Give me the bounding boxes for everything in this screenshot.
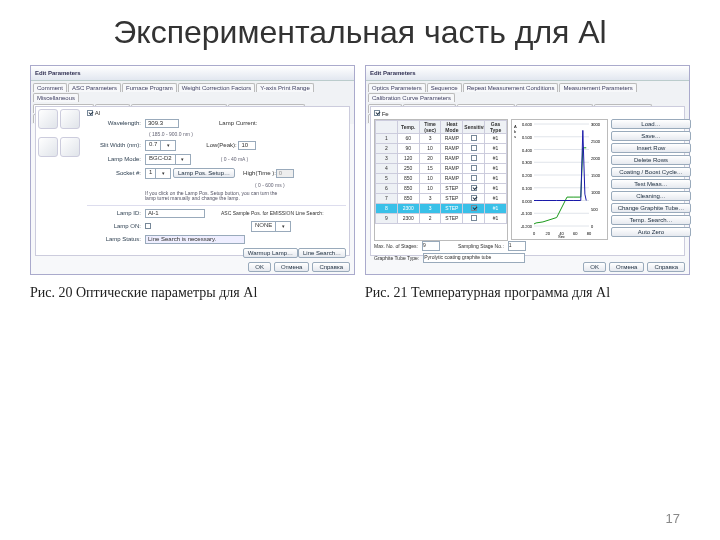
table-row[interactable]: 823003STEP#1 [376,203,507,213]
right-dialog: Edit Parameters Optics ParametersSequenc… [365,65,690,275]
table-row[interactable]: 78503STEP#1 [376,193,507,203]
svg-text:0.000: 0.000 [522,198,533,203]
chevron-down-icon: ▾ [275,222,290,231]
tab-asc-parameters[interactable]: ASC Parameters [68,83,121,92]
sensitivity-checkbox[interactable] [471,215,477,221]
table-cell: 3 [419,133,441,143]
sensitivity-checkbox[interactable] [471,155,477,161]
table-cell: 120 [397,153,419,163]
table-cell: 850 [397,173,419,183]
help-button[interactable]: Справка [647,262,685,272]
save--button[interactable]: Save… [611,131,691,141]
sensitivity-checkbox[interactable] [471,135,477,141]
help-button[interactable]: Справка [312,262,350,272]
lampcurrent-range: ( 0 - 40 mA ) [221,156,249,162]
tab-measurement-parameters[interactable]: Measurement Parameters [559,83,636,92]
tab-miscellaneous[interactable]: Miscellaneous [33,93,79,102]
tab-optics-parameters[interactable]: Optics Parameters [368,83,426,92]
table-row[interactable]: 29010RAMP#1 [376,143,507,153]
table-cell: 90 [397,143,419,153]
lamp-icons [38,109,82,163]
table-cell: 3 [419,203,441,213]
table-cell: RAMP [441,143,463,153]
tab-weight-correction-factors[interactable]: Weight Correction Factors [178,83,256,92]
table-row[interactable]: 923002STEP#1 [376,213,507,223]
page-number: 17 [666,511,680,526]
change-graphite-tube--button[interactable]: Change Graphite Tube… [611,203,691,213]
sampling-input[interactable]: 1 [508,241,526,251]
table-cell: STEP [441,193,463,203]
ascpos-select[interactable]: NONE▾ [251,221,291,232]
tab-sequence[interactable]: Sequence [427,83,462,92]
tab-y-axis-print-range[interactable]: Y-axis Print Range [256,83,313,92]
tab-calibration-curve-parameters[interactable]: Calibration Curve Parameters [368,93,455,102]
delete-rows-button[interactable]: Delete Rows [611,155,691,165]
test-meas--button[interactable]: Test Meas… [611,179,691,189]
sensitivity-checkbox[interactable] [471,165,477,171]
table-cell: 15 [419,163,441,173]
maxstages-input[interactable]: 9 [422,241,440,251]
tab-comment[interactable]: Comment [33,83,67,92]
chevron-down-icon: ▾ [175,155,190,164]
table-header: Sensitivity [463,120,485,133]
sensitivity-checkbox[interactable] [471,205,477,211]
svg-text:-0.100: -0.100 [521,211,533,216]
svg-text:0: 0 [591,224,594,229]
table-cell: RAMP [441,133,463,143]
table-header [376,120,398,133]
table-header: Temp. [397,120,419,133]
svg-text:0.600: 0.600 [522,122,533,127]
sensitivity-checkbox[interactable] [471,175,477,181]
sensitivity-checkbox[interactable] [471,195,477,201]
warmup-lamp-button[interactable]: Warmup Lamp… [243,248,298,258]
svg-text:60: 60 [573,231,578,236]
load--button[interactable]: Load… [611,119,691,129]
table-cell: 3 [376,153,398,163]
svg-text:1500: 1500 [591,173,601,178]
lampid-input[interactable]: Al-1 [145,209,205,218]
table-cell: 2 [376,143,398,153]
line-search-button[interactable]: Line Search… [298,248,346,258]
element-checkbox[interactable] [87,110,93,116]
caption-right: Рис. 21 Температурная программа для Al [365,285,690,301]
table-cell: 10 [419,173,441,183]
side-button-column: Load…Save…Insert RowDelete RowsCoating /… [611,119,681,239]
coating-boost-cycle--button[interactable]: Coating / Boost Cycle… [611,167,691,177]
table-row[interactable]: 685010STEP#1 [376,183,507,193]
lamp-icon [38,137,58,157]
auto-zero-button[interactable]: Auto Zero [611,227,691,237]
table-cell [463,173,485,183]
sensitivity-checkbox[interactable] [471,185,477,191]
table-row[interactable]: 1603RAMP#1 [376,133,507,143]
furnace-table[interactable]: Temp.Time (sec)Heat ModeSensitivityGas T… [374,119,508,241]
table-cell: 2300 [397,203,419,213]
wavelength-input[interactable]: 309.3 [145,119,179,128]
table-cell: 1 [376,133,398,143]
lampstatus-label: Lamp Status: [87,236,145,242]
lamp-pos-setup-button[interactable]: Lamp Pos. Setup… [173,168,235,178]
svg-text:20: 20 [546,231,551,236]
element-checkbox[interactable] [374,110,380,116]
temp-search--button[interactable]: Temp. Search… [611,215,691,225]
socket-select[interactable]: 1▾ [145,168,171,179]
lampmode-select[interactable]: BGC-D2▾ [145,154,191,165]
slit-select[interactable]: 0.7▾ [145,140,176,151]
ok-button[interactable]: OK [248,262,271,272]
lampon-checkbox[interactable] [145,223,151,229]
sensitivity-checkbox[interactable] [471,145,477,151]
svg-text:500: 500 [591,207,598,212]
insert-row-button[interactable]: Insert Row [611,143,691,153]
svg-text:1000: 1000 [591,190,601,195]
tab-repeat-measurement-conditions[interactable]: Repeat Measurement Conditions [463,83,559,92]
tubetype-input[interactable]: Pyrolytic coating graphite tube [423,253,525,263]
ok-button[interactable]: OK [583,262,606,272]
table-row[interactable]: 585010RAMP#1 [376,173,507,183]
lowpeak-input[interactable]: 10 [238,141,256,150]
cancel-button[interactable]: Отмена [274,262,310,272]
table-cell: 2300 [397,213,419,223]
table-row[interactable]: 312020RAMP#1 [376,153,507,163]
cancel-button[interactable]: Отмена [609,262,645,272]
tab-furnace-program[interactable]: Furnace Program [122,83,177,92]
cleaning--button[interactable]: Cleaning… [611,191,691,201]
table-row[interactable]: 425015RAMP#1 [376,163,507,173]
